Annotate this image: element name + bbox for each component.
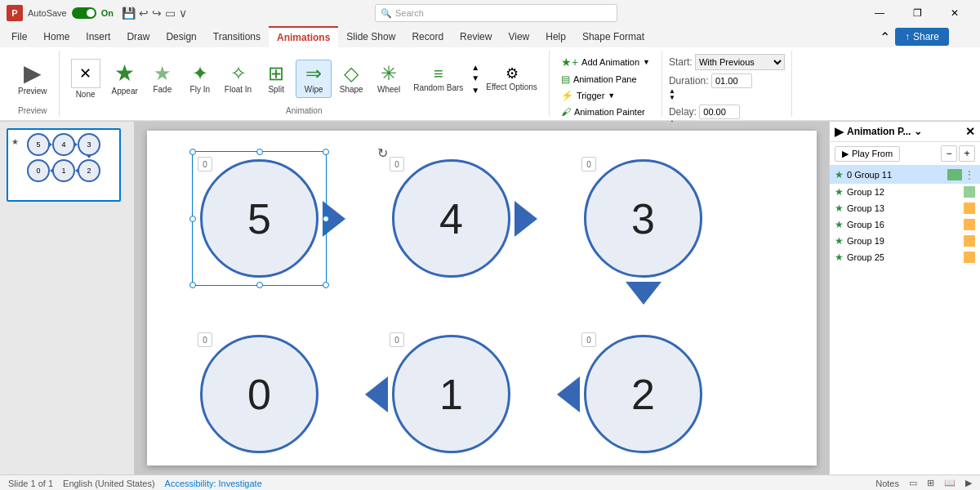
anim-split-button[interactable]: ⊞ Split xyxy=(258,60,294,97)
status-view-normal[interactable]: ▭ xyxy=(909,478,917,488)
status-view-reading[interactable]: 📖 xyxy=(944,478,956,488)
canvas-area[interactable]: ↻ 0 5 xyxy=(135,122,829,474)
circle-group-4[interactable]: 0 4 xyxy=(388,155,514,282)
share-label: Share xyxy=(913,31,939,42)
anim-scroll-down[interactable]: ▼ xyxy=(471,86,479,95)
ribbon-collapse-icon[interactable]: ⌃ xyxy=(880,29,890,45)
anim-group-13[interactable]: ★ Group 13 xyxy=(830,200,980,216)
circle-container-4: 4 xyxy=(388,155,514,282)
anim-group-11[interactable]: ★ 0 Group 11 ⋮ xyxy=(830,166,980,184)
preview-button[interactable]: ▶ Preview xyxy=(13,59,52,99)
circle-group-1[interactable]: 0 1 xyxy=(388,331,514,457)
more-icon[interactable]: ∨ xyxy=(179,7,187,20)
anim-none-button[interactable]: ✕ None xyxy=(66,56,105,102)
handle-bl[interactable] xyxy=(189,282,196,288)
anim-fade-button[interactable]: ★ Fade xyxy=(145,60,180,97)
anim-wheel-button[interactable]: ✳ Wheel xyxy=(371,60,407,97)
close-button[interactable]: ✕ xyxy=(936,0,973,26)
anim-pane-close[interactable]: ✕ xyxy=(965,125,975,138)
handle-tm[interactable] xyxy=(256,149,263,155)
speed-decrease[interactable]: − xyxy=(941,145,957,162)
circle-group-3[interactable]: 0 3 xyxy=(580,155,706,282)
anim-shape-button[interactable]: ◇ Shape xyxy=(333,60,369,97)
search-box[interactable]: 🔍 Search xyxy=(375,4,617,22)
trigger-icon: ⚡ xyxy=(561,90,573,101)
tab-record[interactable]: Record xyxy=(403,26,452,47)
duration-input[interactable] xyxy=(711,74,752,88)
speed-increase[interactable]: + xyxy=(959,145,975,162)
tab-slideshow[interactable]: Slide Show xyxy=(338,26,403,47)
handle-bm[interactable] xyxy=(256,282,263,288)
animation-pane-button[interactable]: ▤ Animation Pane xyxy=(556,72,642,87)
play-from-button[interactable]: ▶ Play From xyxy=(835,146,900,162)
anim-floatin-button[interactable]: ✧ Float In xyxy=(220,60,256,97)
duration-spinner[interactable]: ▲▼ xyxy=(669,88,752,101)
anim-menu-0[interactable]: ⋮ xyxy=(964,168,975,181)
tab-home[interactable]: Home xyxy=(35,26,78,47)
tab-animations[interactable]: Animations xyxy=(269,26,338,47)
status-view-slide-sorter[interactable]: ⊞ xyxy=(927,478,934,488)
rotate-handle[interactable]: ↻ xyxy=(377,145,388,161)
undo-icon[interactable]: ↩ xyxy=(139,7,149,20)
search-placeholder: Search xyxy=(395,8,424,18)
tab-insert[interactable]: Insert xyxy=(78,26,118,47)
anim-wipe-button[interactable]: ⇒ Wipe xyxy=(296,60,332,98)
thumb-row-bot: 0 1 2 xyxy=(11,159,116,182)
expand-icon[interactable]: ▶ xyxy=(835,125,844,138)
tab-review[interactable]: Review xyxy=(452,26,500,47)
anim-flyin-button[interactable]: ✦ Fly In xyxy=(182,60,218,97)
effect-options-button[interactable]: ⚙ Effect Options xyxy=(481,63,542,95)
present-icon[interactable]: ▭ xyxy=(165,7,176,20)
redo-icon[interactable]: ↪ xyxy=(152,7,162,20)
share-icon: ↑ xyxy=(905,31,910,42)
anim-group-25[interactable]: ★ Group 25 xyxy=(830,249,980,265)
autosave-toggle[interactable] xyxy=(72,7,96,19)
save-icon[interactable]: 💾 xyxy=(122,7,136,20)
minimize-button[interactable]: — xyxy=(861,0,898,26)
anim-randombars-button[interactable]: ≡ Random Bars xyxy=(408,62,468,96)
handle-tl[interactable] xyxy=(189,149,196,155)
anim-scroll-up[interactable]: ▲ xyxy=(471,63,479,72)
circle-container-5: 5 xyxy=(196,155,323,282)
anim-scroll-mid[interactable]: ▼ xyxy=(471,74,479,82)
circle-group-2[interactable]: 0 2 xyxy=(580,331,706,457)
anim-bar-3 xyxy=(964,219,975,230)
accessibility-info[interactable]: Accessibility: Investigate xyxy=(165,479,262,488)
animation-painter-button[interactable]: 🖌 Animation Painter xyxy=(556,105,650,119)
notes-button[interactable]: Notes xyxy=(875,479,899,488)
handle-ml[interactable] xyxy=(189,216,196,222)
tab-view[interactable]: View xyxy=(500,26,537,47)
share-button[interactable]: ↑ Share xyxy=(895,28,949,46)
tab-help[interactable]: Help xyxy=(537,26,574,47)
tab-shapeformat[interactable]: Shape Format xyxy=(574,26,653,47)
circle-group-5[interactable]: 0 5 xyxy=(196,155,323,282)
anim-pane-chevron[interactable]: ⌄ xyxy=(914,126,922,137)
tab-design[interactable]: Design xyxy=(158,26,204,47)
anim-group-12[interactable]: ★ Group 12 xyxy=(830,184,980,200)
add-animation-button[interactable]: ★+ Add Animation ▼ xyxy=(556,54,655,70)
anim-group-16[interactable]: ★ Group 16 xyxy=(830,216,980,233)
tab-draw[interactable]: Draw xyxy=(118,26,158,47)
start-select[interactable]: With Previous On Click After Previous xyxy=(695,54,785,70)
anim-label-0: 0 Group 11 xyxy=(847,170,944,180)
circle-group-0[interactable]: 0 0 xyxy=(196,331,323,457)
anim-group-19[interactable]: ★ Group 19 xyxy=(830,233,980,249)
handle-br[interactable] xyxy=(323,282,329,288)
anim-appear-button[interactable]: ★ Appear xyxy=(107,59,143,99)
anim-label-1: Group 12 xyxy=(847,187,960,197)
trigger-button[interactable]: ⚡ Trigger ▼ xyxy=(556,88,620,103)
handle-tr[interactable] xyxy=(323,149,329,155)
status-view-present[interactable]: ▶ xyxy=(965,478,972,488)
duration-label: Duration: xyxy=(669,75,709,87)
anim-painter-icon: 🖌 xyxy=(561,106,571,118)
tab-transitions[interactable]: Transitions xyxy=(205,26,269,47)
arrow-left-2 xyxy=(557,376,580,412)
circle-bg-5: 5 xyxy=(200,159,318,278)
restore-button[interactable]: ❐ xyxy=(898,0,936,26)
delay-input[interactable] xyxy=(699,105,740,119)
add-animation-label: Add Animation xyxy=(581,57,639,67)
effect-options-icon: ⚙ xyxy=(506,66,519,81)
tab-file[interactable]: File xyxy=(3,26,35,47)
slide-thumbnail[interactable]: 5 4 3 0 1 2 xyxy=(7,128,121,202)
anim-star-icon-2: ★ xyxy=(835,203,844,214)
